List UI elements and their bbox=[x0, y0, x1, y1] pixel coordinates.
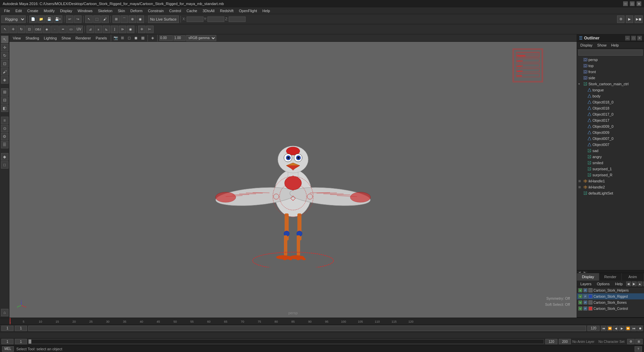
layer-p-btn[interactable]: P bbox=[583, 288, 587, 292]
vp-panels-menu[interactable]: Panels bbox=[94, 34, 109, 41]
redo-btn[interactable]: ↪ bbox=[74, 16, 82, 23]
outliner-help-menu[interactable]: Help bbox=[609, 42, 621, 48]
snap-tool1-btn[interactable]: ⊿ bbox=[87, 26, 94, 33]
tree-item[interactable]: sad bbox=[577, 148, 644, 154]
tree-item[interactable]: ▾ Stork_cartoon_main_ctrl bbox=[577, 81, 644, 87]
layer-p-btn[interactable]: P bbox=[583, 306, 587, 311]
snap-curve-btn[interactable]: ⌒ bbox=[121, 16, 128, 23]
layers-help-menu[interactable]: Help bbox=[613, 281, 625, 287]
layer-nav-right[interactable]: ▶ bbox=[632, 282, 637, 286]
plus-btn[interactable]: ✛ bbox=[138, 26, 146, 33]
save-scene-btn[interactable]: 💾 bbox=[45, 16, 53, 23]
tree-item[interactable]: defaultLightSet bbox=[577, 190, 644, 196]
uv-editor-sidebar[interactable]: □ bbox=[1, 161, 8, 169]
layer-p-btn[interactable]: P bbox=[583, 300, 587, 304]
menu-create[interactable]: Create bbox=[25, 7, 41, 14]
rotate-tool-btn[interactable]: ↻ bbox=[18, 26, 25, 33]
outliner-close-btn[interactable]: ✕ bbox=[637, 36, 642, 40]
snap-tool4-btn[interactable]: ⌋ bbox=[111, 26, 118, 33]
timeline-range-bar[interactable] bbox=[28, 326, 586, 331]
soft-select-sidebar[interactable]: ◈ bbox=[1, 76, 8, 84]
snap-tool2-btn[interactable]: ⌅ bbox=[95, 26, 102, 33]
layer-row[interactable]: V P Cartoon_Stork_Control bbox=[577, 305, 644, 312]
move-tool-btn[interactable]: ✛ bbox=[9, 26, 17, 33]
edge-btn[interactable]: ━ bbox=[59, 26, 67, 33]
vp-isolate-btn[interactable]: ◈ bbox=[150, 35, 156, 41]
tree-item[interactable]: angry bbox=[577, 154, 644, 160]
tree-item[interactable]: Object007_0 bbox=[577, 136, 644, 142]
layers-menu[interactable]: Layers bbox=[578, 281, 593, 287]
face-btn[interactable]: ▭ bbox=[67, 26, 75, 33]
vp-smooth-btn[interactable]: ◼ bbox=[133, 35, 139, 41]
vp-show-menu[interactable]: Show bbox=[60, 34, 73, 41]
script-mode[interactable]: MEL bbox=[2, 346, 14, 352]
snap-grid-btn[interactable]: ⊞ bbox=[112, 16, 120, 23]
menu-edit[interactable]: Edit bbox=[13, 7, 25, 14]
help-status-btn[interactable]: ? bbox=[635, 346, 642, 352]
uvs-btn[interactable]: UV bbox=[75, 26, 83, 33]
move-sidebar[interactable]: ✛ bbox=[1, 44, 8, 51]
outliner-maximize-btn[interactable]: □ bbox=[631, 36, 636, 40]
go-to-end-btn[interactable]: ⏭ bbox=[631, 326, 637, 331]
snap-tool3-btn[interactable]: ⊾ bbox=[103, 26, 110, 33]
menu-skin[interactable]: Skin bbox=[115, 7, 128, 14]
go-to-start-btn[interactable]: ⏮ bbox=[601, 326, 606, 331]
render-settings-btn[interactable]: ⚙ bbox=[617, 16, 624, 23]
next-frame-btn[interactable]: ⏩ bbox=[625, 326, 631, 331]
end-frame-input[interactable] bbox=[587, 326, 600, 331]
menu-modify[interactable]: Modify bbox=[41, 7, 57, 14]
menu-3dtoall[interactable]: 3DtoAll bbox=[200, 7, 217, 14]
render-layer-sidebar[interactable]: ⊟ bbox=[1, 96, 8, 104]
frame-range-scrub[interactable] bbox=[28, 339, 544, 344]
tree-item[interactable]: ⊞ ikHandle2 bbox=[577, 184, 644, 190]
play-btn[interactable]: ▶ bbox=[619, 326, 624, 331]
tree-item[interactable]: surprised_1 bbox=[577, 166, 644, 172]
tab-anim[interactable]: Anim bbox=[622, 273, 644, 281]
snap-tool5-btn[interactable]: ⊳ bbox=[119, 26, 126, 33]
prev-frame-btn[interactable]: ◀ bbox=[613, 326, 618, 331]
frame-current-input[interactable] bbox=[15, 339, 27, 344]
attr-editor-sidebar[interactable]: ⊙ bbox=[1, 125, 8, 132]
layer-row[interactable]: V P Cartoon_Stork_Rigged bbox=[577, 293, 644, 299]
select-mode-btn[interactable]: ↖ bbox=[85, 16, 93, 23]
menu-constrain[interactable]: Constrain bbox=[145, 7, 166, 14]
current-frame-input[interactable] bbox=[1, 326, 13, 331]
outliner-sidebar[interactable]: ☰ bbox=[1, 141, 8, 148]
tree-item[interactable]: front bbox=[577, 69, 644, 75]
char-set-icon-btn[interactable]: ⚙ bbox=[627, 339, 635, 344]
layer-v-btn[interactable]: V bbox=[578, 294, 582, 298]
layer-v-btn[interactable]: V bbox=[578, 288, 582, 292]
tree-item[interactable]: top bbox=[577, 63, 644, 69]
home-sidebar[interactable]: ⌂ bbox=[1, 309, 8, 316]
tree-item[interactable]: Object009_0 bbox=[577, 123, 644, 129]
paint-sidebar[interactable]: 🖌 bbox=[1, 68, 8, 76]
select-tool-btn[interactable]: ↖ bbox=[1, 26, 9, 33]
paint-btn[interactable]: 🖌 bbox=[101, 16, 109, 23]
outliner-hscroll[interactable]: ◀ ▶ bbox=[577, 270, 644, 273]
hypershade-sidebar[interactable]: ◆ bbox=[1, 153, 8, 160]
vp-renderer-menu[interactable]: Renderer bbox=[73, 34, 93, 41]
x-input[interactable] bbox=[187, 17, 203, 22]
outliner-search[interactable] bbox=[578, 50, 643, 56]
component-btn[interactable]: ◈ bbox=[43, 26, 51, 33]
menu-display[interactable]: Display bbox=[57, 7, 75, 14]
maximize-button[interactable]: □ bbox=[630, 1, 635, 6]
vp-view-menu[interactable]: View bbox=[11, 34, 23, 41]
anim-layer-sidebar[interactable]: ◧ bbox=[1, 105, 8, 112]
display-layer-sidebar[interactable]: ⊞ bbox=[1, 88, 8, 96]
step-back-btn[interactable]: ⏪ bbox=[607, 326, 612, 331]
viewport-canvas[interactable]: Parameters rotation X rotation Y rotatio… bbox=[9, 42, 577, 318]
new-scene-btn[interactable]: 📄 bbox=[29, 16, 37, 23]
frame-end-input[interactable] bbox=[545, 339, 557, 344]
menu-skeleton[interactable]: Skeleton bbox=[95, 7, 115, 14]
pipe-btn[interactable]: ⊢ bbox=[146, 26, 154, 33]
frame-start-input[interactable] bbox=[1, 339, 13, 344]
render-btn[interactable]: ▶ bbox=[626, 16, 633, 23]
z-input[interactable] bbox=[229, 17, 246, 22]
menu-control[interactable]: Control bbox=[166, 7, 184, 14]
tree-item[interactable]: Object009 bbox=[577, 129, 644, 136]
menu-redshift[interactable]: Redshift bbox=[217, 7, 236, 14]
snap-view-btn[interactable]: ◉ bbox=[137, 16, 144, 23]
lasso-btn[interactable]: ⬚ bbox=[93, 16, 101, 23]
tree-item[interactable]: Object017_0 bbox=[577, 111, 644, 117]
